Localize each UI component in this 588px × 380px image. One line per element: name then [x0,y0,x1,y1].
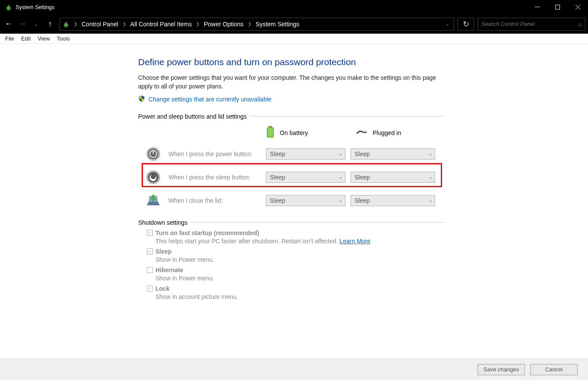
svg-rect-3 [556,5,560,9]
menu-tools[interactable]: Tools [57,35,70,42]
menu-bar: File Edit View Tools [0,34,588,44]
search-box[interactable]: ⌕ [477,18,585,31]
check-hibernate: Hibernate Show in Power menu. [147,267,445,282]
row-sleep-button: When I press the sleep button: Sleep⌄ Sl… [138,166,445,189]
select-power-plugged[interactable]: Sleep⌄ [351,148,435,160]
section-header: Power and sleep buttons and lid settings [138,113,247,120]
select-power-battery[interactable]: Sleep⌄ [266,148,345,160]
title-bar: System Settings [0,0,588,14]
maximize-button[interactable] [547,0,568,14]
history-dropdown[interactable]: ⌄ [30,18,42,31]
check-desc: This helps start your PC faster after sh… [155,238,445,245]
content-area: Define power buttons and turn on passwor… [0,44,588,380]
page-subtitle: Choose the power settings that you want … [138,73,445,91]
nav-bar: ← → ⌄ ↑ ❯ Control Panel ❯ All Control Pa… [0,14,588,34]
laptop-lid-icon [138,194,168,207]
refresh-button[interactable]: ↻ [458,18,474,31]
column-header-battery: On battery [280,129,308,136]
check-label: Turn on fast startup (recommended) [155,229,259,236]
learn-more-link[interactable]: Learn More [340,238,371,245]
chevron-right-icon: ❯ [245,22,254,26]
checkbox[interactable] [147,267,153,273]
checkbox[interactable] [147,230,153,236]
window-title: System Settings [16,4,527,10]
app-icon [5,4,12,11]
section-header: Shutdown settings [138,219,187,226]
chevron-down-icon: ⌄ [339,151,342,156]
plug-icon [355,129,367,137]
select-lid-plugged[interactable]: Sleep⌄ [351,195,435,206]
check-lock: Lock Show in account picture menu. [147,285,445,300]
close-button[interactable] [568,0,588,14]
chevron-right-icon: ❯ [120,22,129,26]
address-history-dropdown[interactable]: ⌄ [444,21,451,27]
row-label: When I press the power button: [168,151,266,157]
menu-file[interactable]: File [5,35,14,42]
select-lid-battery[interactable]: Sleep⌄ [266,195,345,206]
svg-rect-1 [8,5,9,7]
page-title: Define power buttons and turn on passwor… [138,57,445,67]
breadcrumb[interactable]: Control Panel [80,20,120,28]
check-label: Hibernate [155,267,183,273]
row-label: When I close the lid: [168,197,266,204]
footer: Save changes Cancel [0,358,588,380]
sleep-button-icon [138,170,168,185]
checkbox[interactable] [147,286,153,292]
menu-edit[interactable]: Edit [21,35,31,42]
row-close-lid: When I close the lid: Sleep⌄ Sleep⌄ [138,189,445,212]
chevron-right-icon: ❯ [71,22,80,26]
chevron-down-icon: ⌄ [429,151,432,156]
search-input[interactable] [481,21,578,27]
divider [250,116,445,116]
power-button-icon [138,147,168,161]
power-icon [63,21,70,28]
battery-icon [266,126,275,139]
select-sleep-plugged[interactable]: Sleep⌄ [351,172,435,183]
chevron-down-icon: ⌄ [339,175,342,179]
chevron-right-icon: ❯ [193,22,202,26]
check-label: Sleep [155,248,171,255]
check-label: Lock [155,285,170,292]
check-desc: Show in account picture menu. [155,293,445,300]
menu-view[interactable]: View [38,35,50,42]
select-sleep-battery[interactable]: Sleep⌄ [266,172,345,183]
check-fast-startup: Turn on fast startup (recommended) This … [147,229,445,245]
chevron-down-icon: ⌄ [339,198,342,203]
chevron-down-icon: ⌄ [429,175,432,179]
breadcrumb[interactable]: System Settings [254,20,301,28]
back-button[interactable]: ← [3,18,15,31]
check-sleep: Sleep Show in Power menu. [147,248,445,263]
column-header-plugged: Plugged in [373,129,401,136]
checkbox[interactable] [147,248,153,254]
minimize-button[interactable] [527,0,547,14]
breadcrumb[interactable]: All Control Panel Items [129,20,193,28]
divider [191,222,445,223]
check-desc: Show in Power menu. [155,256,445,263]
cancel-button[interactable]: Cancel [530,364,578,375]
chevron-down-icon: ⌄ [429,198,432,203]
forward-button[interactable]: → [16,18,28,31]
shield-icon [138,95,145,104]
search-icon: ⌕ [578,21,582,28]
check-desc: Show in Power menu. [155,275,445,282]
breadcrumb[interactable]: Power Options [202,20,245,28]
save-button[interactable]: Save changes [477,364,525,375]
row-power-button: When I press the power button: Sleep⌄ Sl… [138,142,445,166]
address-bar[interactable]: ❯ Control Panel ❯ All Control Panel Item… [60,18,454,31]
up-button[interactable]: ↑ [44,18,56,31]
svg-rect-10 [268,128,273,137]
row-label: When I press the sleep button: [168,174,266,181]
admin-link[interactable]: Change settings that are currently unava… [149,96,272,103]
svg-rect-7 [66,22,66,24]
svg-rect-8 [269,126,272,127]
